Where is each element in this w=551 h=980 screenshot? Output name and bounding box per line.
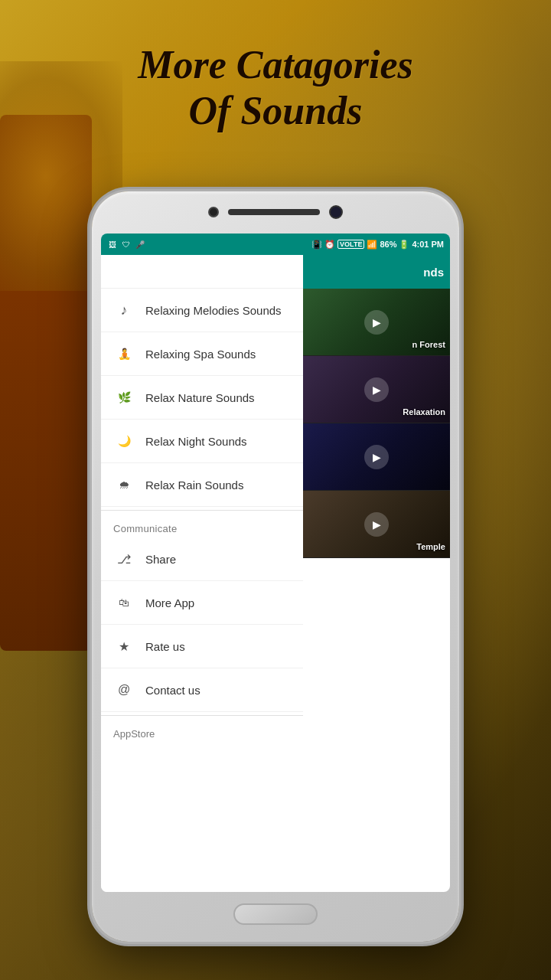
drawer-item-more-app[interactable]: 🛍 More App — [101, 581, 303, 625]
title-line1: More Catagories — [138, 43, 413, 87]
store-icon: 🛍 — [113, 592, 135, 613]
nature-icon: 🌿 — [113, 387, 135, 408]
bottom-divider — [101, 715, 303, 716]
star-icon: ★ — [113, 635, 135, 657]
battery-icon: 🔋 — [399, 240, 409, 250]
share-icon: ⎇ — [113, 548, 135, 570]
drawer-label-relax-rain: Relax Rain Sounds — [145, 479, 243, 492]
drawer-label-relaxing-spa: Relaxing Spa Sounds — [145, 348, 256, 361]
appstore-section-label: AppStore — [101, 719, 303, 749]
item-label-relax: Relaxation — [403, 407, 445, 416]
alarm-icon: ⏰ — [324, 240, 335, 250]
phone-frame: 🖼 🛡 🎤 📳 ⏰ VOLTE 📶 86% 🔋 4:01 PM nds — [92, 191, 459, 942]
drawer-label-share: Share — [145, 553, 176, 566]
page-title: More Catagories Of Sounds — [0, 42, 551, 134]
camera-left — [208, 207, 219, 217]
drawer-label-contact-us: Contact us — [145, 684, 201, 697]
list-item[interactable]: ▶ n Forest — [303, 289, 450, 356]
drawer-item-contact-us[interactable]: @ Contact us — [101, 668, 303, 712]
music-note-icon: ♪ — [113, 299, 135, 321]
volte-label: VOLTE — [337, 240, 364, 249]
speaker — [228, 209, 320, 215]
title-line2: Of Sounds — [189, 89, 363, 132]
battery-percent: 86% — [380, 240, 396, 249]
drawer-item-relaxing-spa[interactable]: 🧘 Relaxing Spa Sounds — [101, 332, 303, 376]
mic-icon: 🎤 — [135, 239, 145, 250]
home-button[interactable] — [233, 903, 318, 925]
play-button[interactable]: ▶ — [364, 377, 389, 402]
drawer-item-rate-us[interactable]: ★ Rate us — [101, 625, 303, 668]
main-header: nds — [303, 255, 450, 289]
communicate-section-label: Communicate — [101, 514, 303, 537]
item-label-temple: Temple — [416, 542, 445, 551]
drawer-label-relax-nature: Relax Nature Sounds — [145, 391, 255, 404]
drawer-label-more-app: More App — [145, 596, 194, 609]
list-item[interactable]: ▶ Temple — [303, 491, 450, 558]
drawer-item-relax-nature[interactable]: 🌿 Relax Nature Sounds — [101, 376, 303, 420]
drawer-label-rate-us: Rate us — [145, 640, 185, 653]
navigation-drawer: ♪ Relaxing Melodies Sounds 🧘 Relaxing Sp… — [101, 255, 303, 892]
drawer-item-relaxing-melodies[interactable]: ♪ Relaxing Melodies Sounds — [101, 289, 303, 332]
play-button[interactable]: ▶ — [364, 445, 389, 469]
phone-top — [208, 205, 343, 219]
status-left-icons: 🖼 🛡 🎤 — [107, 239, 145, 250]
play-button[interactable]: ▶ — [364, 512, 389, 537]
drawer-item-relax-rain[interactable]: 🌧 Relax Rain Sounds — [101, 463, 303, 507]
time-display: 4:01 PM — [412, 240, 444, 249]
signal-bars: 📶 — [367, 240, 377, 250]
drawer-label-relax-night: Relax Night Sounds — [145, 435, 247, 448]
spa-icon: 🧘 — [113, 343, 135, 364]
item-label-forest: n Forest — [412, 340, 445, 349]
drawer-top — [101, 255, 303, 289]
shield-icon: 🛡 — [121, 239, 132, 250]
status-bar: 🖼 🛡 🎤 📳 ⏰ VOLTE 📶 86% 🔋 4:01 PM — [101, 234, 450, 255]
at-icon: @ — [113, 679, 135, 701]
phone-screen: 🖼 🛡 🎤 📳 ⏰ VOLTE 📶 86% 🔋 4:01 PM nds — [101, 234, 450, 892]
camera-right — [329, 205, 343, 219]
rain-icon: 🌧 — [113, 474, 135, 495]
drawer-label-relaxing-melodies: Relaxing Melodies Sounds — [145, 304, 282, 317]
drawer-item-relax-night[interactable]: 🌙 Relax Night Sounds — [101, 420, 303, 463]
play-button[interactable]: ▶ — [364, 310, 389, 335]
image-icon: 🖼 — [107, 239, 118, 250]
vibrate-icon: 📳 — [311, 240, 322, 250]
list-item[interactable]: ▶ — [303, 423, 450, 491]
main-content-panel: nds ▶ n Forest ▶ Relaxation ▶ — [303, 255, 450, 892]
list-item[interactable]: ▶ Relaxation — [303, 356, 450, 423]
main-header-title: nds — [423, 266, 444, 279]
night-icon: 🌙 — [113, 430, 135, 452]
status-right: 📳 ⏰ VOLTE 📶 86% 🔋 4:01 PM — [311, 240, 444, 250]
drawer-item-share[interactable]: ⎇ Share — [101, 537, 303, 581]
section-divider — [101, 510, 303, 511]
